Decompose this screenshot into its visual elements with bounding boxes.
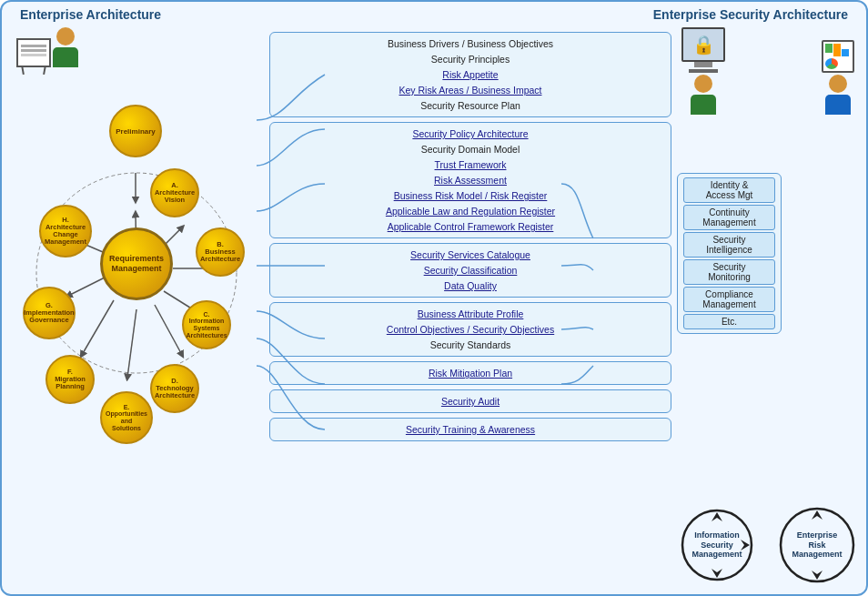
node-requirements: RequirementsManagement (100, 227, 173, 300)
security-services-list: Identity &Access Mgt ContinuityManagemen… (677, 173, 782, 334)
item-identity-access: Identity &Access Mgt (683, 177, 775, 203)
info-sec-mgmt-label: InformationSecurityManagement (691, 530, 742, 560)
item-business-drivers[interactable]: Business Drivers / Business Objectives (278, 36, 663, 51)
box-audit: Security Audit (269, 389, 671, 413)
item-security-standards[interactable]: Security Standards (278, 338, 663, 352)
item-security-domain-model[interactable]: Security Domain Model (278, 142, 663, 157)
node-a: A.ArchitectureVision (150, 168, 199, 217)
item-trust-framework[interactable]: Trust Framework (278, 157, 663, 172)
item-security-principles[interactable]: Security Principles (278, 52, 663, 66)
left-title: Enterprise Architecture (20, 7, 161, 22)
main-content: RequirementsManagement Preliminary A.Arc… (2, 24, 866, 594)
box-risk-mitigation: Risk Mitigation Plan (269, 361, 671, 385)
svg-line-7 (82, 300, 114, 355)
item-etc: Etc. (683, 314, 775, 329)
item-continuity-mgmt: ContinuityManagement (683, 205, 775, 230)
item-security-resource-plan[interactable]: Security Resource Plan (278, 98, 663, 113)
erm-label: EnterpriseRiskManagement (792, 530, 842, 560)
node-g: G.ImplementationGovernance (23, 287, 76, 339)
node-h: H.ArchitectureChangeManagement (39, 205, 92, 258)
box-strategic: Business Drivers / Business Objectives S… (269, 32, 671, 117)
center-panel: Business Drivers / Business Objectives S… (269, 27, 671, 589)
item-security-monitoring: SecurityMonitoring (683, 259, 775, 285)
item-risk-appetite[interactable]: Risk Appetite (278, 67, 663, 82)
svg-line-6 (127, 309, 136, 378)
box-services: Security Services Catalogue Security Cla… (269, 243, 671, 298)
main-container: Enterprise Architecture Enterprise Secur… (0, 0, 868, 596)
item-security-intelligence: SecurityIntelligence (683, 232, 775, 258)
item-risk-assessment[interactable]: Risk Assessment (278, 173, 663, 187)
box-architecture: Security Policy Architecture Security Do… (269, 122, 671, 238)
node-c: C.InformationSystemsArchitectures (182, 300, 231, 349)
node-preliminary: Preliminary (109, 105, 162, 157)
item-data-quality[interactable]: Data Quality (278, 278, 663, 293)
svg-line-8 (68, 278, 105, 296)
node-f: F.MigrationPlanning (45, 355, 95, 404)
node-b: B.BusinessArchitecture (196, 227, 245, 277)
box-objectives: Business Attribute Profile Control Objec… (269, 302, 671, 357)
esa-panel: 🔒 (677, 27, 859, 589)
node-d: D.TechnologyArchitecture (150, 364, 199, 413)
right-title: Enterprise Security Architecture (653, 7, 848, 22)
item-security-services[interactable]: Security Services Catalogue (278, 247, 663, 262)
item-risk-mitigation-plan[interactable]: Risk Mitigation Plan (278, 366, 663, 380)
item-law-regulation[interactable]: Applicable Law and Regulation Register (278, 204, 663, 218)
box-training: Security Training & Awareness (269, 418, 671, 441)
item-security-training[interactable]: Security Training & Awareness (278, 422, 663, 437)
item-control-objectives[interactable]: Control Objectives / Security Objectives (278, 322, 663, 337)
item-security-audit[interactable]: Security Audit (278, 394, 663, 409)
svg-line-5 (155, 305, 182, 355)
item-business-attribute-profile[interactable]: Business Attribute Profile (278, 307, 663, 321)
ea-panel: RequirementsManagement Preliminary A.Arc… (9, 27, 264, 589)
node-e: E.OpportunitiesandSolutions (100, 391, 153, 444)
item-security-classification[interactable]: Security Classification (278, 263, 663, 278)
item-control-framework[interactable]: Applicable Control Framework Register (278, 219, 663, 234)
ea-diagram: RequirementsManagement Preliminary A.Arc… (14, 45, 259, 519)
header: Enterprise Architecture Enterprise Secur… (2, 2, 866, 24)
item-key-risk-areas[interactable]: Key Risk Areas / Business Impact (278, 83, 663, 97)
item-compliance-mgmt: ComplianceManagement (683, 287, 775, 312)
item-security-policy-arch[interactable]: Security Policy Architecture (278, 126, 663, 141)
item-business-risk-model[interactable]: Business Risk Model / Risk Register (278, 188, 663, 203)
